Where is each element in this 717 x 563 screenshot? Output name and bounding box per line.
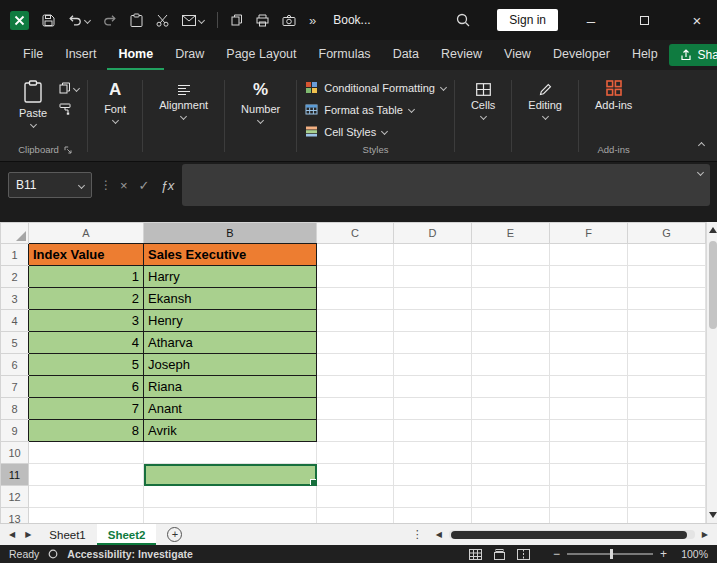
clipboard-dialog-launcher-icon[interactable] [64, 146, 72, 154]
sheet-bar-dots-icon[interactable]: ⋮ [412, 528, 423, 541]
cell-G8[interactable] [628, 398, 706, 420]
cell-D5[interactable] [394, 332, 472, 354]
zoom-slider-thumb[interactable] [610, 549, 613, 559]
cell-D13[interactable] [394, 508, 472, 524]
cell-B10[interactable] [144, 442, 317, 464]
cell-D12[interactable] [394, 486, 472, 508]
new-sheet-button[interactable]: + [167, 527, 182, 542]
tab-data[interactable]: Data [382, 40, 430, 70]
cell-G1[interactable] [628, 244, 706, 266]
cell-F6[interactable] [550, 354, 628, 376]
cell-C4[interactable] [317, 310, 394, 332]
column-header-e[interactable]: E [472, 223, 550, 244]
maximize-button[interactable] [624, 0, 664, 40]
row-header-1[interactable]: 1 [1, 244, 29, 266]
cancel-icon[interactable]: × [120, 178, 128, 193]
column-header-a[interactable]: A [29, 223, 144, 244]
sheet-tab-sheet1[interactable]: Sheet1 [38, 524, 96, 545]
sheet-nav-left-icon[interactable]: ◀ [6, 530, 18, 539]
undo-icon[interactable] [68, 14, 90, 26]
row-header-5[interactable]: 5 [1, 332, 29, 354]
cell-B13[interactable] [144, 508, 317, 524]
cell-B8[interactable]: Anant [144, 398, 317, 420]
cell-F13[interactable] [550, 508, 628, 524]
row-header-3[interactable]: 3 [1, 288, 29, 310]
cell-F8[interactable] [550, 398, 628, 420]
cell-C8[interactable] [317, 398, 394, 420]
cell-A12[interactable] [29, 486, 144, 508]
cell-G10[interactable] [628, 442, 706, 464]
redo-icon[interactable] [103, 14, 117, 26]
cell-B11[interactable] [144, 464, 317, 486]
cell-A6[interactable]: 5 [29, 354, 144, 376]
cell-A11[interactable] [29, 464, 144, 486]
column-header-d[interactable]: D [394, 223, 472, 244]
tab-help[interactable]: Help [621, 40, 669, 70]
collapse-ribbon-button[interactable] [699, 134, 704, 152]
cell-B6[interactable]: Joseph [144, 354, 317, 376]
cell-C6[interactable] [317, 354, 394, 376]
normal-view-icon[interactable] [469, 549, 482, 560]
cell-G2[interactable] [628, 266, 706, 288]
cut-icon[interactable] [156, 14, 169, 27]
cell-D3[interactable] [394, 288, 472, 310]
cell-E5[interactable] [472, 332, 550, 354]
tab-home[interactable]: Home [107, 40, 164, 70]
cell-F12[interactable] [550, 486, 628, 508]
cell-F1[interactable] [550, 244, 628, 266]
cell-E6[interactable] [472, 354, 550, 376]
cell-G7[interactable] [628, 376, 706, 398]
scroll-up-arrow[interactable] [709, 227, 717, 233]
cell-A10[interactable] [29, 442, 144, 464]
enter-icon[interactable]: ✓ [139, 178, 150, 193]
row-header-12[interactable]: 12 [1, 486, 29, 508]
format-painter-button[interactable] [59, 103, 79, 115]
copy-icon[interactable] [231, 14, 243, 26]
cell-A13[interactable] [29, 508, 144, 524]
row-header-9[interactable]: 9 [1, 420, 29, 442]
cell-C5[interactable] [317, 332, 394, 354]
cell-E9[interactable] [472, 420, 550, 442]
cell-B2[interactable]: Harry [144, 266, 317, 288]
formula-input[interactable] [182, 164, 710, 206]
cell-F11[interactable] [550, 464, 628, 486]
insert-function-icon[interactable]: ƒx [161, 178, 175, 193]
editing-button[interactable]: Editing [520, 75, 570, 119]
cell-A2[interactable]: 1 [29, 266, 144, 288]
cell-E8[interactable] [472, 398, 550, 420]
cell-D9[interactable] [394, 420, 472, 442]
email-icon[interactable] [182, 15, 204, 26]
cell-D7[interactable] [394, 376, 472, 398]
cell-A4[interactable]: 3 [29, 310, 144, 332]
addins-button[interactable]: Add-ins [587, 75, 640, 111]
cell-E2[interactable] [472, 266, 550, 288]
cell-C12[interactable] [317, 486, 394, 508]
cell-C7[interactable] [317, 376, 394, 398]
cell-E11[interactable] [472, 464, 550, 486]
cell-D4[interactable] [394, 310, 472, 332]
hscroll-left-arrow[interactable]: ◀ [433, 530, 445, 539]
cell-G9[interactable] [628, 420, 706, 442]
tab-insert[interactable]: Insert [54, 40, 107, 70]
horizontal-scroll-thumb[interactable] [451, 531, 687, 539]
minimize-button[interactable]: – [571, 0, 611, 40]
row-header-4[interactable]: 4 [1, 310, 29, 332]
zoom-in-button[interactable]: + [660, 547, 667, 561]
cell-D11[interactable] [394, 464, 472, 486]
cell-E7[interactable] [472, 376, 550, 398]
cell-styles-button[interactable]: Cell Styles [305, 122, 387, 141]
record-macro-icon[interactable] [48, 549, 58, 559]
tab-review[interactable]: Review [430, 40, 493, 70]
cell-G6[interactable] [628, 354, 706, 376]
cell-A3[interactable]: 2 [29, 288, 144, 310]
paste-qat-icon[interactable] [130, 13, 143, 27]
column-header-c[interactable]: C [317, 223, 394, 244]
row-header-6[interactable]: 6 [1, 354, 29, 376]
cell-E10[interactable] [472, 442, 550, 464]
close-button[interactable]: × [677, 0, 717, 40]
column-header-f[interactable]: F [550, 223, 628, 244]
row-header-2[interactable]: 2 [1, 266, 29, 288]
cell-D6[interactable] [394, 354, 472, 376]
cell-D8[interactable] [394, 398, 472, 420]
hscroll-right-arrow[interactable]: ▶ [699, 530, 711, 539]
